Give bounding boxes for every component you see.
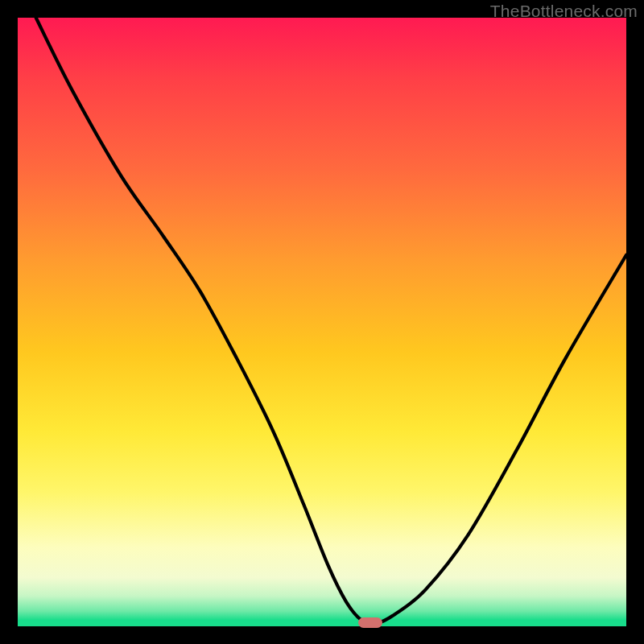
plot-area [18,18,626,626]
minimum-marker [358,617,382,628]
bottleneck-curve [18,18,626,626]
chart-frame: TheBottleneck.com [0,0,644,644]
